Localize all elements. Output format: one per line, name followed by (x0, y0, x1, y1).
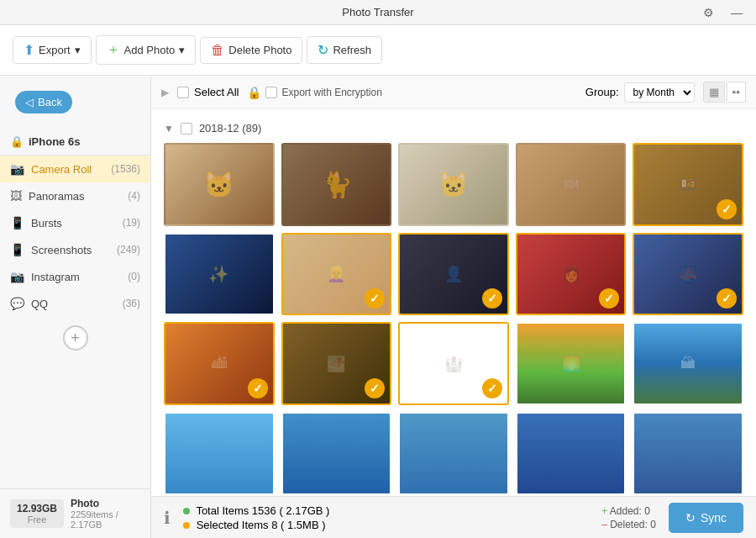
deleted-label: – Deleted: 0 (601, 519, 656, 530)
group-area: Group: by Month by Day by Year (585, 82, 695, 103)
selected-dot (183, 522, 190, 529)
delete-photo-icon: 🗑 (211, 43, 224, 58)
status-bar: ℹ Total Items 1536 ( 2.17GB ) Selected I… (151, 496, 756, 538)
status-info-icon: ℹ (164, 508, 171, 528)
sidebar-item-screenshots[interactable]: 📱 Screenshots (249) (0, 236, 150, 263)
back-label: Back (38, 96, 62, 108)
settings-button[interactable]: ⚙ (698, 4, 719, 21)
photo-thumb-selected[interactable]: 🏙 ✓ (164, 322, 275, 405)
select-all-checkbox[interactable] (177, 87, 189, 98)
panoramas-count: (4) (128, 190, 140, 202)
sidebar-item-panoramas[interactable]: 🖼 Panoramas (4) (0, 182, 150, 209)
delete-photo-label: Delete Photo (228, 44, 291, 56)
lock-icon: 🔒 (247, 86, 261, 99)
export-encrypt-button[interactable]: 🔒 Export with Encryption (247, 86, 381, 99)
select-all-label[interactable]: Select All (194, 86, 239, 98)
photo-thumb[interactable]: 🍽 (516, 143, 627, 226)
sync-icon: ↻ (685, 511, 696, 525)
list-view-button[interactable]: ▪▪ (727, 82, 746, 103)
photo-thumb-selected[interactable]: 👩 ✓ (516, 233, 627, 316)
qq-label: QQ (31, 298, 116, 310)
photo-thumb-selected[interactable]: 🌉 ✓ (633, 233, 743, 316)
qq-count: (36) (123, 298, 140, 309)
bursts-label: Bursts (31, 217, 116, 229)
group-label: Group: (585, 86, 619, 98)
add-photo-button[interactable]: ＋ Add Photo ▾ (96, 35, 197, 65)
photo-thumb-selected[interactable]: 👱‍♀️ ✓ (281, 233, 392, 316)
photo-grid-area[interactable]: ▼ 2018-12 (89) 🐱 🐈 🐱 🍽 (151, 109, 756, 496)
total-items: Total Items 1536 ( 2.17GB ) (183, 504, 589, 517)
sidebar-footer: 12.93GB Free Photo 2259items / 2.17GB (0, 488, 150, 538)
refresh-label: Refresh (333, 44, 371, 56)
delete-photo-button[interactable]: 🗑 Delete Photo (200, 37, 302, 64)
sidebar-add-area: + (0, 317, 150, 359)
photo-grid: 🐱 🐈 🐱 🍽 🍱 ✓ ✨ (164, 143, 743, 495)
photo-thumb-selected[interactable]: 🏰 ✓ (398, 322, 509, 405)
photo-check: ✓ (248, 378, 268, 398)
refresh-icon: ↻ (318, 42, 328, 58)
encrypt-checkbox[interactable] (265, 87, 277, 98)
panoramas-label: Panoramas (29, 190, 121, 203)
qq-icon: 💬 (10, 297, 24, 310)
bursts-icon: 📱 (10, 216, 24, 229)
photo-thumb[interactable]: 🌅 (516, 322, 627, 405)
sync-button[interactable]: ↻ Sync (669, 503, 743, 533)
bursts-count: (19) (123, 217, 140, 229)
add-photo-label: Add Photo (124, 44, 176, 56)
main-toolbar: ⬆ Export ▾ ＋ Add Photo ▾ 🗑 Delete Photo … (0, 25, 756, 76)
photo-thumb[interactable] (398, 412, 509, 495)
status-added: + Added: 0 – Deleted: 0 (601, 505, 656, 530)
minimize-button[interactable]: — (726, 4, 748, 21)
export-label: Export (39, 44, 71, 56)
photo-toolbar: ▶ Select All 🔒 Export with Encryption Gr… (151, 76, 756, 109)
sync-label: Sync (701, 511, 727, 525)
view-toggle: ▦ ▪▪ (703, 82, 746, 103)
panoramas-icon: 🖼 (10, 189, 22, 203)
photo-thumb[interactable]: 🐱 (398, 143, 509, 226)
storage-gb: 12.93GB (17, 503, 57, 514)
group-name: 2018-12 (89) (199, 122, 261, 134)
window-controls: ⚙ — (698, 4, 748, 21)
photo-thumb[interactable] (633, 412, 743, 495)
grid-view-button[interactable]: ▦ (703, 82, 725, 103)
sidebar-item-bursts[interactable]: 📱 Bursts (19) (0, 209, 150, 236)
photo-thumb-selected[interactable]: 🍱 ✓ (633, 143, 743, 226)
footer-photo-sub: 2259items / 2.17GB (71, 509, 140, 530)
photo-thumb[interactable] (164, 412, 275, 495)
add-dropdown-icon: ▾ (179, 44, 185, 56)
camera-roll-label: Camera Roll (31, 163, 104, 176)
photo-thumb[interactable]: 🐈 (281, 143, 392, 226)
add-album-button[interactable]: + (63, 325, 88, 351)
camera-roll-count: (1536) (111, 163, 140, 175)
photo-thumb[interactable]: 🏔 (633, 322, 743, 405)
group-header: ▼ 2018-12 (89) (164, 118, 743, 143)
sidebar-item-qq[interactable]: 💬 QQ (36) (0, 290, 150, 317)
add-photo-icon: ＋ (107, 41, 120, 59)
sidebar-item-instagram[interactable]: 📷 Instagram (0) (0, 263, 150, 290)
sidebar-item-camera-roll[interactable]: 📷 Camera Roll (1536) (0, 156, 150, 182)
photo-thumb[interactable]: 🐱 (164, 143, 275, 226)
expand-group-icon[interactable]: ▶ (161, 87, 169, 98)
photo-thumb[interactable] (516, 412, 627, 495)
photo-check: ✓ (482, 378, 502, 398)
photo-thumb[interactable]: ✨ (164, 233, 275, 316)
instagram-label: Instagram (31, 271, 121, 283)
storage-free: Free (28, 514, 47, 525)
added-label: + Added: 0 (601, 505, 656, 517)
back-button[interactable]: ◁ Back (15, 91, 72, 113)
export-button[interactable]: ⬆ Export ▾ (13, 36, 92, 64)
photo-thumb-selected[interactable]: 🌁 ✓ (281, 322, 392, 405)
photo-thumb-selected[interactable]: 👤 ✓ (398, 233, 509, 316)
device-icon: 🔒 (10, 135, 24, 148)
encrypt-label: Export with Encryption (281, 87, 381, 98)
total-dot (183, 508, 190, 514)
group-select[interactable]: by Month by Day by Year (624, 82, 695, 103)
group-checkbox[interactable] (181, 123, 192, 134)
collapse-icon[interactable]: ▼ (164, 123, 174, 134)
photo-thumb[interactable] (281, 412, 392, 495)
refresh-button[interactable]: ↻ Refresh (307, 36, 382, 64)
footer-photo-label: Photo (71, 498, 140, 509)
content-area: ▶ Select All 🔒 Export with Encryption Gr… (151, 76, 756, 538)
device-name: 🔒 iPhone 6s (0, 129, 150, 156)
select-all-area: Select All (177, 86, 239, 98)
